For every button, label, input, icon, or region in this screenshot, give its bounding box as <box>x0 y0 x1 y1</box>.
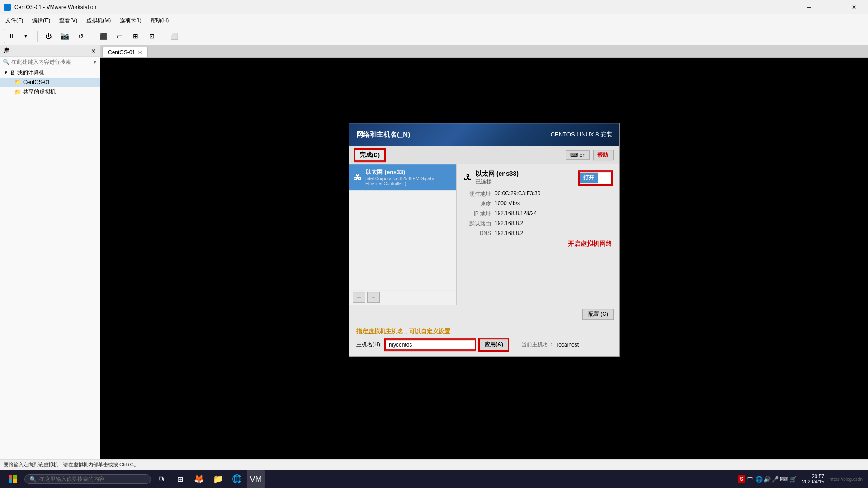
sidebar-close-button[interactable]: ✕ <box>91 47 96 55</box>
shared-icon: 📁 <box>14 89 21 95</box>
taskbar-left: 🔍 ⧉ ⊞ 🦊 📁 🌐 VM <box>2 470 265 488</box>
done-button[interactable]: 完成(D) <box>354 149 385 161</box>
vm-screen[interactable]: 网络和主机名(_N) CENTOS LINUX 8 安装 完成(D) ⌨ cn … <box>100 58 868 459</box>
toggle-button[interactable]: 打开 <box>579 171 612 185</box>
toolbar: ⏸ ▼ ⏻ 📷 ↺ ⬛ ▭ ⊞ ⊡ ⬜ <box>0 27 868 45</box>
menu-vm[interactable]: 虚拟机(M) <box>83 16 114 25</box>
sidebar-item-centos01[interactable]: 📁 CentOS-01 <box>0 78 100 87</box>
sidebar-title: 库 <box>4 47 9 55</box>
speed-value: 1000 Mb/s <box>495 200 520 208</box>
add-network-button[interactable]: + <box>353 292 365 303</box>
taskbar-search-input[interactable] <box>39 476 146 482</box>
sidebar-search-bar: 🔍 ▼ <box>0 57 100 67</box>
dns-label: DNS <box>464 230 491 236</box>
menu-help[interactable]: 帮助(H) <box>147 16 173 25</box>
taskbar-vmware-icon[interactable]: VM <box>247 470 265 488</box>
menu-file[interactable]: 文件(F) <box>2 16 27 25</box>
expand-icon: ▼ <box>4 70 8 75</box>
taskbar-multidesktop-button[interactable]: ⊞ <box>171 470 189 488</box>
network-icon[interactable]: 🌐 <box>755 476 763 483</box>
apply-button[interactable]: 应用(A) <box>479 338 509 351</box>
taskbar-task-view-button[interactable]: ⧉ <box>152 470 170 488</box>
search-dropdown-icon[interactable]: ▼ <box>93 60 97 65</box>
hostname-row: 主机名(H): 应用(A) 当前主机名： localhost <box>356 338 612 351</box>
detail-title-area: 🖧 以太网 (ens33) 已连接 <box>464 170 519 186</box>
input-method-icon[interactable]: S <box>738 475 745 483</box>
shared-vms-label: 共享的虚拟机 <box>23 88 56 96</box>
view-tab-button[interactable]: ⬜ <box>167 29 181 43</box>
toggle-box <box>598 172 611 184</box>
menu-tabs[interactable]: 选项卡(I) <box>116 16 145 25</box>
computer-icon: 🖥 <box>10 70 15 76</box>
pause-button[interactable]: ⏸ <box>4 29 19 43</box>
dns-value: 192.168.8.2 <box>495 230 523 236</box>
keyboard-tray-icon[interactable]: ⌨ <box>780 476 788 483</box>
taskbar-firefox-icon[interactable]: 🌐 <box>228 470 246 488</box>
windows-logo-icon <box>9 475 17 483</box>
separator-2 <box>92 31 92 42</box>
installer-toolbar: 完成(D) ⌨ cn 帮助! <box>349 146 619 164</box>
start-button[interactable] <box>2 470 24 488</box>
clock-time: 20:57 <box>802 474 824 479</box>
store-icon[interactable]: 🛒 <box>789 476 797 483</box>
tab-label: CentOS-01 <box>108 49 135 56</box>
speed-label: 速度 <box>464 200 491 208</box>
separator-1 <box>37 31 38 42</box>
sidebar-item-shared-vms[interactable]: 📁 共享的虚拟机 <box>0 87 100 97</box>
tab-centos01[interactable]: CentOS-01 ✕ <box>102 47 148 57</box>
microphone-icon[interactable]: 🎤 <box>772 476 779 483</box>
tray-text: https://blog.csdn <box>830 477 863 482</box>
route-label: 默认路由 <box>464 220 491 228</box>
menu-bar: 文件(F) 编辑(E) 查看(V) 虚拟机(M) 选项卡(I) 帮助(H) <box>0 14 868 27</box>
taskbar-tray: S 中 🌐 🔊 🎤 ⌨ 🛒 <box>738 475 797 483</box>
svg-rect-2 <box>9 479 12 483</box>
windows-taskbar: 🔍 ⧉ ⊞ 🦊 📁 🌐 VM S 中 🌐 🔊 🎤 ⌨ 🛒 20:57 2020/… <box>0 470 868 488</box>
current-label: 当前主机名： <box>521 341 554 348</box>
menu-view[interactable]: 查看(V) <box>56 16 81 25</box>
snapshot-button[interactable]: 📷 <box>57 29 72 43</box>
installer-title: 网络和主机名(_N) <box>356 131 410 139</box>
hardware-value: 00:0C:29:C3:F3:30 <box>495 190 540 198</box>
power-off-button[interactable]: ⏻ <box>41 29 56 43</box>
close-button[interactable]: ✕ <box>844 0 864 14</box>
tab-close-icon[interactable]: ✕ <box>138 50 142 56</box>
hostname-input[interactable] <box>385 339 476 350</box>
network-list: 🖧 以太网 (ens33) Intel Corporation 82545EM … <box>349 164 457 305</box>
view-unity-button[interactable]: ⊡ <box>145 29 159 43</box>
config-button[interactable]: 配置 (C) <box>582 309 614 320</box>
clock-date: 2020/4/15 <box>802 479 824 484</box>
taskbar-browser-icon[interactable]: 🦊 <box>190 470 208 488</box>
menu-edit[interactable]: 编辑(E) <box>28 16 54 25</box>
ip-row: IP 地址 192.168.8.128/24 <box>464 210 612 218</box>
language-selector[interactable]: ⌨ cn <box>566 150 590 160</box>
pause-group: ⏸ ▼ <box>4 29 33 43</box>
sidebar-item-my-computer[interactable]: ▼ 🖥 我的计算机 <box>0 67 100 78</box>
svg-rect-1 <box>13 475 17 479</box>
network-body: 🖧 以太网 (ens33) Intel Corporation 82545EM … <box>349 164 619 305</box>
speed-row: 速度 1000 Mb/s <box>464 200 612 208</box>
pause-dropdown-button[interactable]: ▼ <box>19 29 33 43</box>
volume-icon[interactable]: 🔊 <box>764 476 771 483</box>
remove-network-button[interactable]: − <box>367 292 380 303</box>
taskbar-clock[interactable]: 20:57 2020/4/15 <box>798 473 828 485</box>
taskbar-explorer-icon[interactable]: 📁 <box>209 470 227 488</box>
help-button[interactable]: 帮助! <box>593 150 614 160</box>
sidebar-header: 库 ✕ <box>0 45 100 57</box>
route-value: 192.168.8.2 <box>495 220 523 228</box>
keyboard-icon: ⌨ <box>570 152 578 158</box>
view-fullscreen-button[interactable]: ⊞ <box>128 29 143 43</box>
sidebar-search-input[interactable] <box>11 59 91 65</box>
svg-rect-0 <box>9 475 12 479</box>
tab-bar: CentOS-01 ✕ <box>100 45 868 58</box>
network-list-item-ens33[interactable]: 🖧 以太网 (ens33) Intel Corporation 82545EM … <box>349 164 456 190</box>
hostname-label: 主机名(H): <box>356 341 382 348</box>
main-layout: 库 ✕ 🔍 ▼ ▼ 🖥 我的计算机 📁 CentOS-01 📁 共享的虚拟机 C… <box>0 45 868 459</box>
hardware-label: 硬件地址 <box>464 190 491 198</box>
installer-panel: 网络和主机名(_N) CENTOS LINUX 8 安装 完成(D) ⌨ cn … <box>349 123 620 357</box>
chinese-input-icon[interactable]: 中 <box>746 475 755 483</box>
restore-button[interactable]: □ <box>821 0 842 14</box>
view-fit-button[interactable]: ▭ <box>112 29 127 43</box>
minimize-button[interactable]: ─ <box>798 0 819 14</box>
revert-button[interactable]: ↺ <box>74 29 88 43</box>
view-normal-button[interactable]: ⬛ <box>96 29 110 43</box>
